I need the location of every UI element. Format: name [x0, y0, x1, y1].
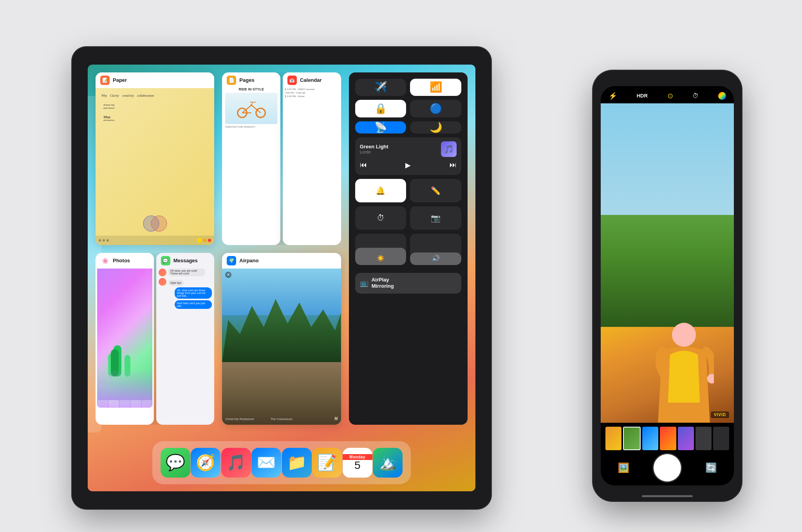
camera-thumb-5[interactable] [678, 427, 694, 450]
messages-app-icon: 💬 [161, 256, 170, 265]
cc-fastforward-btn[interactable]: ⏭ [450, 161, 457, 169]
airpano-content: Christ the Redeemer The Colosseum M ✕ [222, 269, 341, 425]
photos-messages-card[interactable]: 🌸 Photos [96, 253, 214, 425]
dock-messages-app[interactable]: 💬 [161, 448, 190, 478]
dock-files-app[interactable]: 📁 [282, 448, 312, 478]
cc-timer-btn[interactable]: ⏱ [355, 206, 406, 230]
messages-content: Oh wow, you are cool! These are cool! St… [156, 253, 215, 425]
camera-thumb-2[interactable] [623, 427, 641, 450]
airdrop-icon: 📡 [374, 121, 387, 133]
calendar-app-title: Calendar [300, 77, 322, 83]
dock-calendar-app[interactable]: Monday 5 [343, 448, 372, 478]
cc-lock-rotation-btn[interactable]: 🔒 [355, 100, 406, 117]
cc-airplane-btn[interactable]: ✈️ [355, 79, 406, 96]
photos-app-title: Photos [113, 258, 130, 263]
camera-thumb-7[interactable] [713, 427, 729, 450]
pages-app-title: Pages [239, 77, 254, 83]
pages-content: RIDE IN STYLE [222, 72, 280, 245]
pages-calendar-card[interactable]: 📄 Pages RIDE IN STYLE [222, 72, 341, 245]
cc-bluetooth-btn[interactable]: 🔵 [410, 100, 461, 117]
paper-app-icon: 📝 [100, 76, 110, 85]
cc-camera-btn[interactable]: 📷 [410, 206, 461, 230]
calendar-card-header: 📅 Calendar [283, 72, 341, 88]
pages-card-header: 📄 Pages [222, 72, 280, 88]
photos-card-header: 🌸 Photos [96, 253, 154, 269]
dock-pages-app[interactable]: 📝 [312, 448, 342, 478]
dock-travel-app[interactable]: 🏔️ [373, 448, 403, 478]
moon-icon: 🌙 [430, 121, 442, 133]
calendar-content: Monday, June 5, 2017 9:00 AM - Team meet… [283, 72, 341, 229]
filters-icon[interactable] [718, 92, 726, 100]
dock-mail-app[interactable]: ✉️ [251, 448, 281, 478]
bell-icon: 🔔 [376, 186, 385, 195]
cc-notification-btn[interactable]: 🔔 [355, 179, 406, 202]
scene: 📝 Paper Why Clarity creativity collabora… [49, 31, 753, 501]
camera-thumb-6[interactable] [695, 427, 712, 450]
messages-card-header: 💬 Messages [156, 253, 215, 269]
svg-point-9 [250, 104, 252, 106]
timer-icon: ⏱ [377, 213, 385, 222]
pages-app-card[interactable]: 📄 Pages RIDE IN STYLE [222, 72, 280, 245]
airplane-icon: ✈️ [374, 81, 387, 93]
camera-thumb-3[interactable] [642, 427, 658, 450]
lock-rotation-icon: 🔒 [374, 103, 387, 115]
cc-airdrop-btn[interactable]: 📡 [355, 121, 406, 133]
dock-safari-app[interactable]: 🧭 [191, 448, 220, 478]
pencil-icon: ✏️ [431, 186, 441, 195]
messages-app-title: Messages [173, 258, 198, 263]
paper-card-header: 📝 Paper [96, 72, 214, 88]
photos-app-icon: 🌸 [100, 256, 110, 265]
live-icon[interactable]: ⊙ [667, 92, 673, 100]
bluetooth-icon: 🔵 [430, 103, 442, 115]
cc-sliders: ☀️ 🔊 [355, 234, 461, 269]
cc-dnd-btn[interactable]: 🌙 [410, 121, 461, 133]
camera-top-bar: ⚡ HDR ⊙ ⏱ [601, 86, 734, 103]
cc-volume-slider[interactable]: 🔊 [410, 234, 461, 265]
airpano-app-card[interactable]: 🌍 Airpano Christ the Redeemer The Coloss… [222, 253, 341, 425]
cc-airplay-btn[interactable]: 📺 AirPlayMirroring [355, 273, 461, 294]
photos-content [96, 253, 154, 409]
camera-thumbnails [605, 427, 729, 450]
airpano-card-header: 🌍 Airpano [222, 253, 341, 269]
cc-music-controls[interactable]: ⏮ ▶ ⏭ [360, 159, 457, 171]
dock-music-app[interactable]: 🎵 [221, 448, 251, 478]
cc-play-btn[interactable]: ▶ [405, 161, 411, 170]
cc-airplay-label: AirPlayMirroring [372, 277, 394, 290]
cc-song-title: Green Light [360, 144, 388, 150]
camera-photo-library-btn[interactable]: 🖼️ [618, 462, 629, 473]
svg-point-11 [707, 374, 714, 383]
shutter-button[interactable] [654, 454, 681, 482]
camera-ui: ⚡ HDR ⊙ ⏱ [601, 86, 734, 485]
flash-icon[interactable]: ⚡ [609, 92, 617, 100]
ipad-device: 📝 Paper Why Clarity creativity collabora… [72, 47, 491, 509]
paper-app-title: Paper [113, 77, 127, 83]
ipad-dock: 💬 🧭 🎵 ✉️ 📁 📝 Monday 5 🏔️ [152, 441, 411, 484]
paper-app-card[interactable]: 📝 Paper Why Clarity creativity collabora… [96, 72, 214, 245]
app-cards-grid: 📝 Paper Why Clarity creativity collabora… [88, 65, 475, 433]
airplay-icon: 📺 [360, 279, 368, 287]
messages-app-card[interactable]: 💬 Messages Oh wow, you are cool! These a… [156, 253, 215, 425]
hdr-label[interactable]: HDR [637, 93, 648, 99]
timer-icon[interactable]: ⏱ [692, 92, 699, 99]
cc-edit-btn[interactable]: ✏️ [410, 179, 461, 202]
svg-point-10 [672, 323, 696, 347]
cc-timer-row: ⏱ 📷 [355, 206, 461, 230]
calendar-app-card[interactable]: 📅 Calendar Monday, June 5, 2017 9:00 AM … [283, 72, 341, 245]
iphone-home-indicator[interactable] [642, 495, 693, 497]
camera-thumb-1[interactable] [605, 427, 621, 450]
cc-small-btns-row: 🔔 ✏️ [355, 179, 461, 202]
dock-calendar-day: 5 [354, 460, 361, 471]
svg-point-1 [151, 216, 167, 231]
viewfinder-person [654, 151, 714, 423]
control-center-card[interactable]: ✈️ 📶 🔒 🔵 📡 [349, 72, 468, 425]
cc-connectivity: ✈️ 📶 🔒 🔵 📡 [355, 79, 461, 133]
camera-thumb-4[interactable] [660, 427, 676, 450]
camera-flip-btn[interactable]: 🔄 [705, 462, 717, 473]
photos-app-card[interactable]: 🌸 Photos [96, 253, 154, 425]
pages-app-icon: 📄 [227, 76, 236, 85]
cc-now-playing: Green Light Lorde 🎵 ⏮ ▶ ⏭ [355, 137, 461, 175]
cc-wifi-btn[interactable]: 📶 [410, 79, 461, 96]
cc-brightness-slider[interactable]: ☀️ [355, 234, 406, 265]
iphone-device: ⚡ HDR ⊙ ⏱ [593, 70, 742, 501]
cc-rewind-btn[interactable]: ⏮ [360, 161, 367, 169]
